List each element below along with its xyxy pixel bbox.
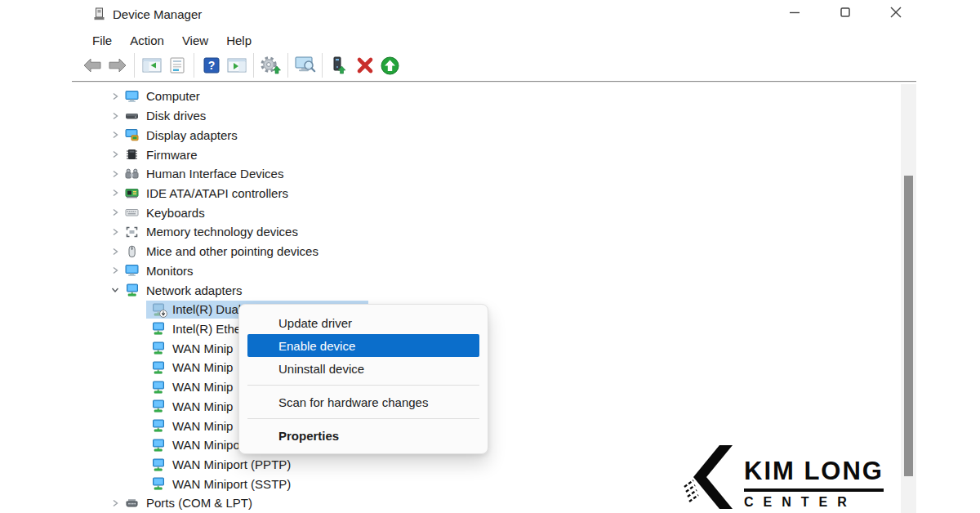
tree-item-mice-and-other-pointing-devices[interactable]: Mice and other pointing devices [72,242,898,261]
tree-item-computer[interactable]: Computer [72,87,898,106]
toolbar-group: ? [194,53,254,78]
chevron-right-icon[interactable] [109,227,122,237]
tree-item-firmware[interactable]: Firmware [72,145,898,164]
forward-icon [108,57,127,74]
network-icon [151,322,165,335]
tree-item-label: Intel(R) Dual [172,302,241,316]
chevron-right-icon[interactable] [109,265,122,275]
network-icon [151,439,165,452]
help-icon: ? [203,57,220,74]
tree-item-keyboards[interactable]: Keyboards [72,203,898,222]
tree-item-label: Disk drives [146,109,206,123]
tree-item-network-adapters[interactable]: Network adapters [72,280,898,300]
menu-action[interactable]: Action [121,31,173,50]
tree-item-ide-ata-atapi-controllers[interactable]: IDE ATA/ATAPI controllers [72,184,898,203]
action-pane-button[interactable] [224,54,249,77]
close-button[interactable] [884,2,908,25]
tree-item-monitors[interactable]: Monitors [72,261,898,280]
tree-item-inner: WAN Minip [151,378,233,396]
network-icon [151,341,165,355]
close-icon [889,6,902,21]
enable-device-up-button[interactable] [377,54,403,77]
tree-item-inner: Monitors [125,261,194,279]
toolbar-group [288,53,323,78]
tree-item-label: WAN Miniport (PPTP) [172,457,291,471]
tree-item-label: Display adapters [146,128,238,142]
driver-install-button[interactable] [327,54,352,77]
chevron-down-icon[interactable] [109,285,122,295]
context-menu-item-scan-for-hardware-changes[interactable]: Scan for hardware changes [247,390,479,413]
context-menu-item-update-driver[interactable]: Update driver [247,311,479,334]
chevron-right-icon[interactable] [109,130,122,140]
context-menu-item-uninstall-device[interactable]: Uninstall device [247,357,479,380]
update-driver-gear-button[interactable] [258,54,283,77]
tree-item-inner: Human Interface Devices [125,165,283,183]
menu-separator [247,418,479,419]
toolbar-group [254,53,288,78]
chevron-right-icon[interactable] [109,111,122,121]
toolbar-group [75,53,135,78]
chevron-right-icon[interactable] [109,91,122,101]
action-pane-icon [227,57,247,74]
tree-item-inner: Firmware [125,145,198,163]
computer-icon [125,90,139,103]
tree-item-label: WAN Minip [172,360,233,374]
chevron-right-icon[interactable] [109,498,122,508]
tree-item-inner: WAN Minip [151,397,233,415]
tree-item-label: Firmware [146,148,198,162]
firmware-icon [125,148,139,161]
tree-item-label: Monitors [146,264,194,278]
network-icon [151,419,165,432]
tree-item-label: Memory technology devices [146,225,298,239]
chevron-right-icon[interactable] [109,188,122,198]
network-icon [151,458,165,471]
chevron-right-icon[interactable] [109,247,122,256]
tree-item-inner: IDE ATA/ATAPI controllers [125,184,288,202]
menu-help[interactable]: Help [217,31,261,50]
tree-item-human-interface-devices[interactable]: Human Interface Devices [72,164,898,184]
tree-item-inner: WAN Miniport (PPTP) [151,456,291,474]
tree-item-label: Computer [146,89,200,103]
menubar: FileActionViewHelp [83,31,261,50]
hid-icon [125,167,139,181]
vertical-scrollbar[interactable] [901,84,916,513]
disk-icon [125,109,139,123]
back-button[interactable] [79,54,105,77]
network-icon [125,283,139,297]
tree-item-disk-drives[interactable]: Disk drives [72,106,898,126]
scrollbar-thumb[interactable] [904,176,913,476]
menu-view[interactable]: View [173,31,217,50]
context-menu-item-enable-device[interactable]: Enable device [247,334,479,357]
tree-item-memory-technology-devices[interactable]: Memory technology devices [72,222,898,242]
context-menu-item-properties[interactable]: Properties [247,424,479,447]
menu-file[interactable]: File [83,31,121,50]
tree-item-display-adapters[interactable]: Display adapters [72,125,898,145]
properties-sheet-button[interactable] [164,54,189,77]
scan-hardware-button[interactable] [292,54,318,77]
chevron-right-icon[interactable] [109,207,122,217]
toolbar-group [135,53,194,78]
help-button[interactable]: ? [198,54,224,77]
tree-item-label: WAN Miniport (SSTP) [172,477,291,491]
forward-button[interactable] [105,54,130,77]
chevron-right-icon[interactable] [109,169,122,179]
minimize-icon [789,7,800,20]
tree-item-label: WAN Minip [172,419,233,433]
enable-device-up-icon [381,56,399,75]
back-icon [82,57,102,74]
chevron-right-icon[interactable] [109,149,122,159]
minimize-button[interactable] [782,2,807,25]
tree-item-inner: WAN Minipo [151,436,240,454]
tree-item-inner: Intel(R) Ethe [151,319,241,337]
console-tree-button[interactable] [139,54,164,77]
ports-icon [125,497,139,510]
tree-item-inner: Keyboards [125,203,205,221]
tree-item-inner: WAN Miniport (SSTP) [151,475,291,493]
maximize-button[interactable] [833,2,858,25]
tree-item-inner: WAN Minip [151,339,233,357]
kim-long-chevron-icon [684,444,734,510]
uninstall-x-button[interactable] [352,54,377,77]
tree-item-label: WAN Minip [172,341,233,355]
logo-line-2: CENTER [744,495,884,510]
tree-item-label: Network adapters [146,283,243,297]
